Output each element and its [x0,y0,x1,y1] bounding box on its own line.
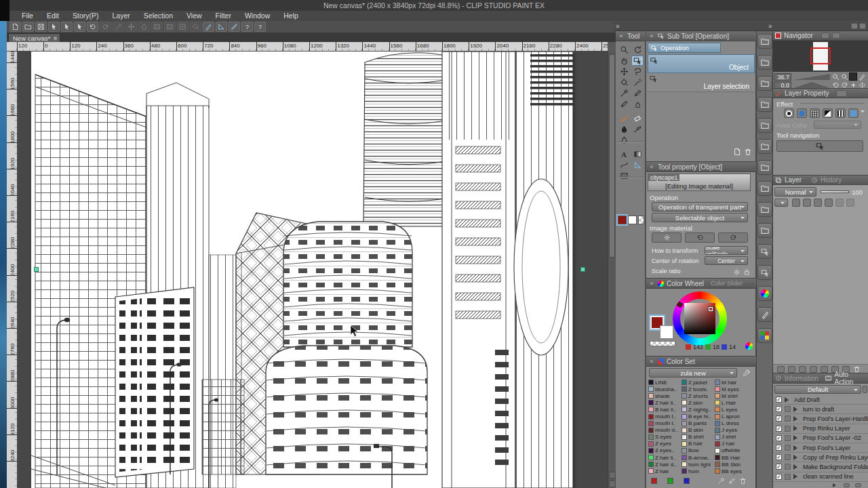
new-vector-layer-icon[interactable] [788,366,795,373]
swatch-z-skin[interactable]: Z skin [682,399,715,406]
auto-action-turn-to-draft[interactable]: ✓turn to draft [773,405,868,414]
swatch-l-apron[interactable]: L apron [715,413,748,420]
swatch-b-skin[interactable]: B skin [682,427,715,434]
zoom-slider[interactable] [793,74,830,80]
lock-transparent-icon[interactable] [814,199,822,207]
auto-action-add-draft[interactable]: ✓Add Draft [773,395,868,405]
dock-folder-heart-2[interactable] [757,97,772,112]
object-transform-handle-left[interactable] [34,267,39,272]
action-dialog-box[interactable] [785,406,791,412]
snap-to-special-ruler-button[interactable] [216,22,227,32]
zoom-in-icon[interactable] [840,73,848,81]
rotate-canvas-tool[interactable] [631,45,644,55]
workspace-icon-2[interactable] [859,23,866,29]
swatch-l-dress[interactable]: L dress [715,420,748,427]
how-to-transform-dropdown[interactable]: Scale up/Scale... [705,246,748,255]
recent-color-0[interactable] [651,478,657,484]
swatch-line[interactable]: LINE [648,379,682,386]
navigator-preview[interactable] [773,41,868,72]
workspace-icon[interactable] [851,23,858,29]
rotation-slider[interactable] [793,82,830,88]
swatch-z-jacket[interactable]: Z jacket [682,379,715,386]
eraser-tool[interactable] [631,113,644,123]
action-checkbox[interactable]: ✓ [776,426,782,432]
collapse-mid-icon[interactable]: » [768,22,772,30]
swatch-m-shirt[interactable]: M shirt [715,392,748,399]
tool-panel-header[interactable]: « Tool [616,31,646,41]
swatch-m-hair[interactable]: M hair [715,379,748,386]
collapse-icon[interactable]: « [648,163,655,170]
halftone-icon[interactable] [810,108,820,118]
navigator-extra-tab-2[interactable] [832,33,840,39]
dock-folder-star[interactable] [757,34,772,49]
text-tool[interactable]: A [618,149,630,159]
menu-view[interactable]: View [180,11,209,21]
object-tool[interactable] [631,56,644,66]
scrollbar-thumb[interactable] [609,54,615,258]
swatch-m-eyes[interactable]: M eyes [715,386,748,392]
combine-layer-icon[interactable] [821,366,828,373]
transparent-color-swatch[interactable] [638,216,644,224]
color-mode-toggle-icon[interactable] [745,342,753,350]
action-dialog-box[interactable] [785,474,791,480]
delete-swatch-icon[interactable] [739,477,747,485]
move-layer-tool[interactable] [618,66,630,77]
swatch-b-arrow-[interactable]: B-arrow.. [682,454,715,461]
new-action-icon[interactable] [855,483,861,487]
transparent-strip[interactable] [650,341,675,346]
select-cursor-button[interactable] [48,22,60,32]
reset-all-icon[interactable] [733,268,741,276]
action-checkbox[interactable]: ✓ [776,464,782,470]
pen-tool[interactable] [631,88,644,98]
action-expand-arrow[interactable] [793,435,800,441]
swatch-mouth-t-[interactable]: mouth t. [648,420,682,427]
marker-tool[interactable] [631,99,644,109]
action-checkbox[interactable]: ✓ [776,454,782,460]
auto-select-tool[interactable] [631,77,644,87]
menu-window[interactable]: Window [238,11,277,21]
collapse-icon[interactable]: « [648,358,655,365]
collapse-icon[interactable]: « [648,33,655,39]
dock-color-wheel[interactable] [757,286,772,301]
clip-to-layer-icon[interactable] [792,199,800,207]
tool-navigation-button[interactable] [776,140,863,152]
auto-action-prep-fool-s-layer-02[interactable]: ✓Prep Fool's Layer -02 [773,434,868,443]
sv-square[interactable] [684,303,715,334]
dock-folder-image[interactable] [757,160,772,175]
help-1-button[interactable]: ? [241,22,253,32]
wrench-icon[interactable] [743,369,751,377]
color-set-header[interactable]: « Color Set [646,357,756,367]
opacity-slider[interactable] [821,190,849,193]
new-sub-tool-icon[interactable] [733,148,741,156]
swatch-horn[interactable]: horn [682,468,715,474]
action-dialog-box[interactable] [785,415,791,422]
liquify-tool[interactable] [618,135,630,145]
zoom-out-icon[interactable] [831,73,840,81]
navigator-extra-tab[interactable] [821,33,829,39]
swatch-j-hair[interactable]: J hair [715,441,748,447]
dock-sub-tool[interactable] [757,244,772,259]
auto-action-header[interactable]: Information Auto Action [773,373,868,384]
swatch-z-hair-li-[interactable]: Z hair li.. [648,399,682,406]
menu-help[interactable]: Help [277,11,305,21]
zoom-tool[interactable] [618,45,630,55]
blend-mode-dropdown[interactable]: Normal [774,187,816,197]
swatch-mouth-t-[interactable]: mouth t.. [648,413,682,420]
swatch-l-eyes[interactable]: L eyes [715,406,748,413]
auto-action-copy-of-prep-rinku-layer[interactable]: ✓Copy of Prep Rinku Layer [773,453,868,462]
draft-layer-icon[interactable] [825,199,833,207]
action-expand-arrow[interactable] [793,416,800,422]
select-cursor-lasso-button[interactable] [74,22,85,32]
action-expand-arrow[interactable] [785,397,791,403]
recent-color-1[interactable] [667,478,673,484]
action-checkbox[interactable]: ✓ [776,445,782,451]
dock-folder-grid[interactable] [757,118,772,133]
swatch-s-eyes[interactable]: S eyes [648,434,682,441]
selectable-object-dropdown[interactable]: Selectable object [652,213,748,222]
view-frame[interactable] [810,47,831,64]
menu-layer[interactable]: Layer [106,11,137,21]
swatch-bow[interactable]: Bow [682,447,715,454]
lock-layer-icon[interactable] [803,199,811,207]
menu-edit[interactable]: Edit [40,11,66,21]
selection-tool[interactable] [631,66,644,77]
